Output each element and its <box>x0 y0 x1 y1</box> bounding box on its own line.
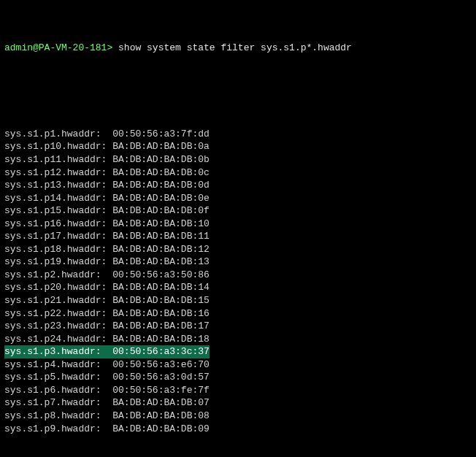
shell-command: show system state filter sys.s1.p*.hwadd… <box>118 42 352 53</box>
hwaddr-row: sys.s1.p3.hwaddr: 00:50:56:a3:3c:37 <box>4 345 210 358</box>
hwaddr-row: sys.s1.p17.hwaddr: BA:DB:AD:BA:DB:11 <box>4 230 472 243</box>
hwaddr-row: sys.s1.p10.hwaddr: BA:DB:AD:BA:DB:0a <box>4 140 472 153</box>
hwaddr-row: sys.s1.p14.hwaddr: BA:DB:AD:BA:DB:0e <box>4 192 472 205</box>
hwaddr-row: sys.s1.p23.hwaddr: BA:DB:AD:BA:DB:17 <box>4 320 472 333</box>
hwaddr-row: sys.s1.p5.hwaddr: 00:50:56:a3:0d:57 <box>4 371 472 384</box>
shell-prompt: admin@PA-VM-20-181> <box>4 42 112 53</box>
hwaddr-row: sys.s1.p9.hwaddr: BA:DB:AD:BA:DB:09 <box>4 423 472 436</box>
terminal-output[interactable]: admin@PA-VM-20-181> show system state fi… <box>0 0 476 457</box>
hwaddr-row: sys.s1.p7.hwaddr: BA:DB:AD:BA:DB:07 <box>4 396 472 410</box>
prompt-line-1: admin@PA-VM-20-181> show system state fi… <box>4 42 472 55</box>
hwaddr-row: sys.s1.p12.hwaddr: BA:DB:AD:BA:DB:0c <box>4 166 472 180</box>
hwaddr-row: sys.s1.p15.hwaddr: BA:DB:AD:BA:DB:0f <box>4 204 472 218</box>
hwaddr-block: sys.s1.p1.hwaddr: 00:50:56:a3:7f:ddsys.s… <box>4 128 472 435</box>
hwaddr-row: sys.s1.p8.hwaddr: BA:DB:AD:BA:DB:08 <box>4 410 472 423</box>
hwaddr-row: sys.s1.p19.hwaddr: BA:DB:AD:BA:DB:13 <box>4 256 472 269</box>
hwaddr-row: sys.s1.p4.hwaddr: 00:50:56:a3:e6:70 <box>4 358 472 372</box>
hwaddr-row: sys.s1.p18.hwaddr: BA:DB:AD:BA:DB:12 <box>4 243 472 256</box>
blank-line <box>4 80 472 89</box>
hwaddr-row: sys.s1.p16.hwaddr: BA:DB:AD:BA:DB:10 <box>4 218 472 231</box>
hwaddr-row: sys.s1.p13.hwaddr: BA:DB:AD:BA:DB:0d <box>4 179 472 192</box>
hwaddr-row: sys.s1.p24.hwaddr: BA:DB:AD:BA:DB:18 <box>4 333 472 346</box>
hwaddr-row: sys.s1.p22.hwaddr: BA:DB:AD:BA:DB:16 <box>4 307 472 320</box>
hwaddr-row: sys.s1.p20.hwaddr: BA:DB:AD:BA:DB:14 <box>4 281 472 294</box>
hwaddr-row: sys.s1.p11.hwaddr: BA:DB:AD:BA:DB:0b <box>4 153 472 166</box>
hwaddr-row: sys.s1.p1.hwaddr: 00:50:56:a3:7f:dd <box>4 128 472 141</box>
hwaddr-row: sys.s1.p21.hwaddr: BA:DB:AD:BA:DB:15 <box>4 294 472 307</box>
hwaddr-row: sys.s1.p6.hwaddr: 00:50:56:a3:fe:7f <box>4 384 472 397</box>
hwaddr-row: sys.s1.p2.hwaddr: 00:50:56:a3:50:86 <box>4 269 472 282</box>
